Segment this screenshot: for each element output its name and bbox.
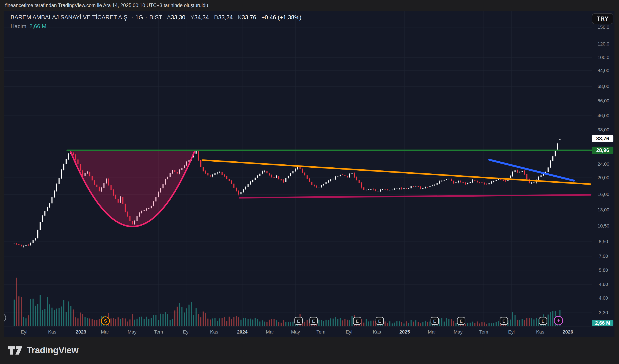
volume-bar: [456, 323, 457, 326]
tradingview-logo[interactable]: TradingView: [8, 345, 78, 355]
earnings-marker[interactable]: E: [431, 317, 439, 324]
time-tick-month: May: [291, 329, 300, 335]
candle-body: [555, 150, 556, 156]
candle-body: [550, 161, 551, 168]
ohlc-pair: Y34,34: [191, 14, 209, 21]
volume-bar: [40, 295, 41, 326]
volume-bar: [415, 320, 416, 326]
volume-bar: [49, 304, 50, 326]
candle-body: [389, 190, 391, 190]
volume-bar: [489, 323, 490, 326]
volume-bar: [179, 303, 180, 326]
earnings-marker[interactable]: E: [353, 317, 361, 324]
partial-marker[interactable]: [4, 314, 6, 322]
candle-wick: [432, 185, 433, 186]
candle-body: [437, 183, 438, 185]
time-tick-year: 2026: [563, 329, 573, 335]
volume-bar: [373, 321, 374, 326]
symbol-row[interactable]: BAREM AMBALAJ SANAYİ VE TİCARET A.Ş. · 1…: [11, 14, 301, 21]
candle-body: [375, 189, 376, 191]
price-plot-canvas[interactable]: SEEEEEEEE: [4, 11, 592, 326]
candle-body: [425, 187, 426, 188]
volume-bar: [18, 297, 20, 326]
time-tick-month: Tem: [154, 329, 163, 335]
currency-toggle-button[interactable]: TRY: [592, 13, 613, 24]
candle-body: [18, 244, 20, 245]
volume-bar: [430, 322, 431, 326]
volume-bar: [274, 319, 275, 326]
candle-body: [370, 189, 372, 190]
earnings-marker[interactable]: E: [376, 317, 384, 324]
volume-bar: [385, 322, 386, 326]
earnings-marker[interactable]: E: [539, 317, 547, 324]
candle-body: [285, 178, 286, 182]
time-axis[interactable]: EylKas2023MarMayTemEylKas2024MarMayTemEy…: [4, 326, 615, 337]
exchange-value: BIST: [149, 14, 162, 21]
lightning-marker[interactable]: [554, 316, 563, 325]
candle-body: [203, 167, 204, 172]
candle-body: [394, 189, 395, 190]
volume-bar: [120, 319, 121, 326]
earnings-marker[interactable]: E: [295, 317, 302, 324]
candle-body: [224, 175, 225, 176]
volume-bar: [281, 323, 282, 326]
price-tick-label: 24,00: [592, 161, 615, 167]
candle-body: [238, 191, 239, 194]
volume-bar: [141, 317, 142, 326]
earnings-marker-label: E: [378, 319, 381, 324]
volume-bar: [271, 319, 272, 326]
volume-row[interactable]: Hacim 2,66 M: [11, 23, 301, 30]
candle-body: [226, 176, 227, 179]
candle-body: [385, 189, 386, 189]
earnings-marker-label: E: [541, 319, 545, 324]
earnings-marker[interactable]: E: [500, 317, 508, 324]
volume-bar: [89, 319, 90, 326]
candle-body: [293, 171, 294, 174]
price-tick-label: 13,00: [592, 207, 615, 213]
separator: ·: [131, 14, 133, 21]
volume-bar: [85, 317, 86, 326]
split-marker[interactable]: S: [101, 317, 110, 325]
descending-trendline[interactable]: [202, 160, 591, 184]
candle-body: [510, 176, 511, 178]
short-trendline[interactable]: [489, 160, 574, 181]
candle-body: [366, 190, 367, 190]
candle-body: [515, 170, 516, 172]
support-trendline[interactable]: [239, 195, 591, 198]
earnings-marker[interactable]: E: [457, 317, 465, 324]
volume-bar: [453, 321, 454, 326]
earnings-marker[interactable]: E: [310, 317, 317, 324]
volume-bar: [151, 318, 152, 326]
candle-body: [531, 183, 532, 184]
price-tick-label: 46,00: [592, 113, 615, 119]
candle-body: [16, 243, 17, 244]
volume-bar: [155, 315, 156, 326]
volume-bar: [510, 320, 511, 326]
volume-bar: [111, 319, 112, 326]
candle-body: [40, 222, 41, 230]
candle-body: [560, 139, 561, 140]
volume-bar: [252, 320, 253, 326]
volume-bars: [14, 278, 561, 326]
volume-bar: [158, 320, 159, 326]
volume-bar: [139, 317, 140, 326]
price-tick-label: 150,0: [592, 24, 615, 30]
volume-bar: [37, 304, 39, 326]
price-axis[interactable]: TRY 33,76 28,96 2,66 M 150,0120,0100,084…: [592, 11, 615, 326]
volume-bar: [59, 308, 60, 326]
volume-bar: [189, 305, 190, 326]
volume-bar: [484, 322, 485, 326]
volume-bar: [444, 322, 445, 326]
candle-body: [456, 182, 457, 183]
candle-body: [522, 171, 523, 172]
time-tick-month: Eyl: [183, 329, 190, 335]
candle-body: [340, 175, 341, 176]
candle-body: [479, 182, 480, 183]
volume-bar: [304, 322, 305, 326]
candle-body: [500, 179, 502, 180]
candle-body: [295, 169, 296, 171]
candle-body: [420, 187, 421, 189]
price-tick-label: 68,00: [592, 83, 615, 90]
candle-body: [489, 183, 490, 185]
candle-body: [205, 172, 206, 173]
